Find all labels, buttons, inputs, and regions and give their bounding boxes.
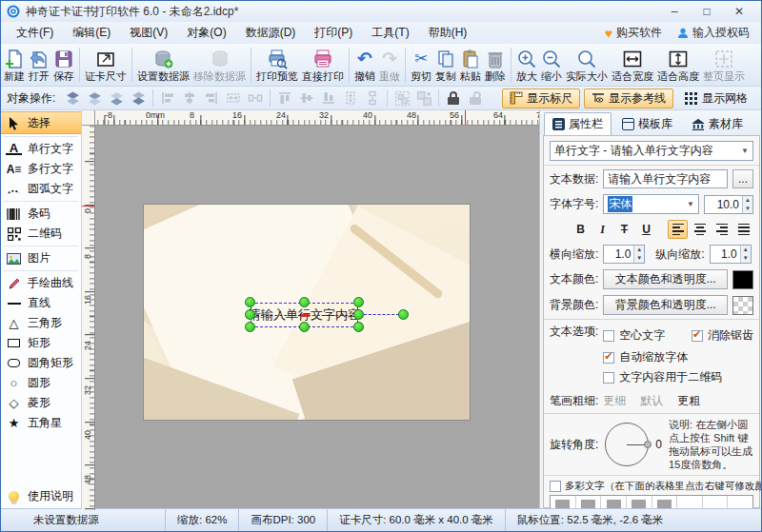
- stroke-default-link[interactable]: 默认: [640, 393, 663, 409]
- direct-print-button[interactable]: 直接打印: [300, 45, 346, 85]
- bg-color-button[interactable]: 背景颜色和透明度...: [603, 295, 728, 315]
- align-center-h-button[interactable]: [179, 89, 200, 108]
- hollow-text-option[interactable]: 空心文字: [603, 325, 665, 345]
- text-color-swatch[interactable]: [732, 270, 753, 289]
- font-size-spinner[interactable]: 10.0▲▼: [704, 195, 753, 214]
- align-bottom-button[interactable]: [318, 89, 339, 108]
- bring-forward-button[interactable]: [84, 89, 105, 108]
- same-height-button[interactable]: [340, 89, 361, 108]
- buy-software-link[interactable]: ♥购买软件: [605, 25, 662, 41]
- tool-qrcode[interactable]: 二维码: [1, 224, 81, 244]
- tool-star[interactable]: ★五角星: [1, 413, 81, 433]
- bg-color-swatch[interactable]: [732, 296, 753, 315]
- send-backward-button[interactable]: [106, 89, 127, 108]
- minimize-button[interactable]: –: [658, 2, 691, 21]
- text-data-more-button[interactable]: ...: [732, 169, 753, 188]
- show-grid-toggle[interactable]: 显示网格: [677, 89, 755, 108]
- tool-multi-line-text[interactable]: A≡多行文字: [1, 159, 81, 179]
- antialias-checkbox[interactable]: [692, 330, 703, 342]
- save-button[interactable]: 保存: [51, 45, 76, 85]
- align-middle-v-button[interactable]: [296, 89, 317, 108]
- bring-to-front-button[interactable]: [62, 89, 83, 108]
- cut-button[interactable]: ✂剪切: [409, 45, 433, 85]
- zoom-in-button[interactable]: 放大: [514, 45, 539, 85]
- resize-handle-w[interactable]: [245, 309, 255, 320]
- close-button[interactable]: ✕: [723, 2, 755, 21]
- v-scale-spinner[interactable]: 1.0▲▼: [710, 245, 752, 264]
- zoom-out-button[interactable]: 缩小: [539, 45, 564, 85]
- resize-handle-se[interactable]: [353, 322, 364, 332]
- menu-tools[interactable]: 工具(T): [362, 22, 418, 44]
- spinner-arrows[interactable]: ▲▼: [742, 196, 752, 213]
- canvas-area[interactable]: -8 0mm 8 16 24 32 40 48 56 64 72 0 8 16 …: [82, 110, 539, 510]
- strikethrough-button[interactable]: T: [614, 220, 634, 239]
- send-to-back-button[interactable]: [128, 89, 149, 108]
- tab-template-library[interactable]: 模板库: [613, 112, 681, 135]
- stroke-thinner-link[interactable]: 更细: [603, 393, 626, 409]
- underline-button[interactable]: U: [636, 220, 656, 239]
- tool-circle[interactable]: ○圆形: [1, 373, 81, 393]
- menu-print[interactable]: 打印(P): [305, 22, 362, 44]
- dial-handle-dot[interactable]: [644, 441, 652, 448]
- delete-button[interactable]: 删除: [483, 45, 508, 85]
- tool-barcode[interactable]: 条码: [1, 204, 81, 224]
- align-top-button[interactable]: [274, 89, 295, 108]
- multicolor-text-checkbox[interactable]: [550, 481, 561, 492]
- paste-button[interactable]: 粘贴: [458, 45, 483, 85]
- remove-datasource-button[interactable]: 移除数据源: [191, 45, 248, 85]
- fit-width-button[interactable]: 适合宽度: [610, 45, 655, 85]
- align-right-text-button[interactable]: [712, 220, 732, 239]
- h-scale-spinner[interactable]: 1.0▲▼: [603, 245, 645, 264]
- fit-height-button[interactable]: 适合高度: [655, 45, 701, 85]
- tool-line[interactable]: 直线: [1, 293, 81, 313]
- tool-freehand-curve[interactable]: 手绘曲线: [1, 273, 81, 293]
- h-space-equal-button[interactable]: [245, 89, 266, 108]
- tool-diamond[interactable]: ◇菱形: [1, 393, 81, 413]
- rotation-dial[interactable]: [605, 423, 649, 466]
- text-color-button[interactable]: 文本颜色和透明度...: [603, 269, 728, 289]
- antialias-option[interactable]: 消除锯齿: [692, 325, 753, 345]
- align-left-button[interactable]: [157, 89, 178, 108]
- bold-button[interactable]: B: [571, 220, 591, 239]
- menu-file[interactable]: 文件(F): [7, 22, 63, 44]
- object-selector-dropdown[interactable]: 单行文字 - 请输入单行文字内容▼: [550, 141, 753, 161]
- tool-select[interactable]: 选择: [1, 111, 81, 134]
- menu-view[interactable]: 视图(V): [120, 22, 177, 44]
- resize-handle-sw[interactable]: [245, 322, 255, 332]
- stroke-thicker-link[interactable]: 更粗: [677, 393, 700, 409]
- card-size-button[interactable]: 证卡尺寸: [83, 45, 129, 85]
- open-button[interactable]: 打开: [27, 45, 51, 85]
- menu-object[interactable]: 对象(O): [177, 22, 235, 44]
- text-as-qrcode-option[interactable]: 文字内容用于二维码: [603, 367, 753, 387]
- v-space-equal-button[interactable]: [362, 89, 383, 108]
- resize-handle-s[interactable]: [299, 322, 310, 332]
- new-button[interactable]: 新建: [2, 45, 27, 85]
- tool-triangle[interactable]: △三角形: [1, 313, 81, 333]
- lock-button[interactable]: [443, 89, 464, 108]
- maximize-button[interactable]: □: [691, 2, 723, 21]
- menu-help[interactable]: 帮助(H): [419, 22, 477, 44]
- tab-properties[interactable]: 属性栏: [544, 112, 612, 135]
- help-link[interactable]: 使用说明: [1, 486, 81, 506]
- undo-button[interactable]: ↶撤销: [352, 45, 377, 85]
- menu-edit[interactable]: 编辑(E): [63, 22, 120, 44]
- group-button[interactable]: [391, 89, 412, 108]
- resize-handle-e[interactable]: [353, 309, 364, 320]
- resize-handle-ne[interactable]: [353, 297, 364, 307]
- font-family-select[interactable]: 宋体▼: [603, 194, 699, 214]
- tool-rounded-rectangle[interactable]: 圆角矩形: [1, 353, 81, 373]
- autoscale-font-checkbox[interactable]: [603, 352, 614, 364]
- align-left-text-button[interactable]: [668, 220, 688, 239]
- tab-asset-library[interactable]: 素材库: [683, 112, 752, 135]
- license-code-link[interactable]: 输入授权码: [677, 25, 750, 41]
- full-page-button[interactable]: 整页显示: [701, 45, 747, 85]
- italic-button[interactable]: I: [592, 220, 612, 239]
- align-center-text-button[interactable]: [690, 220, 710, 239]
- tool-single-line-text[interactable]: A单行文字: [1, 139, 81, 159]
- autoscale-font-option[interactable]: 自动缩放字体: [603, 347, 753, 367]
- copy-button[interactable]: 复制: [433, 45, 458, 85]
- print-preview-button[interactable]: 打印预览: [254, 45, 300, 85]
- actual-size-button[interactable]: 实际大小: [564, 45, 610, 85]
- tool-rectangle[interactable]: 矩形: [1, 333, 81, 353]
- hollow-text-checkbox[interactable]: [603, 330, 614, 342]
